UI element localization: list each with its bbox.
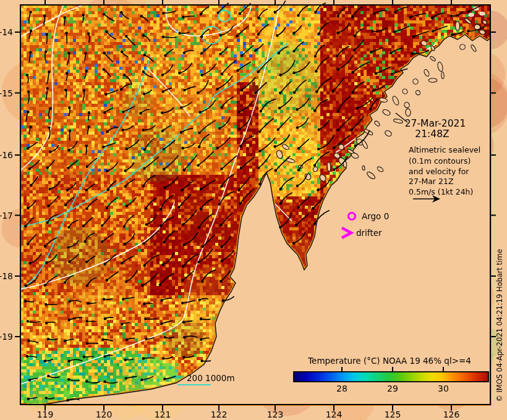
lon-axis-tick-label: 125 bbox=[385, 410, 401, 419]
lat-axis-tick-label: -18 bbox=[0, 271, 13, 281]
credit-text: © IMOS 04-Apr-2021 04:21:19 Hobart time bbox=[495, 249, 504, 401]
lat-axis-tick-label: -16 bbox=[0, 150, 13, 160]
lat-axis-tick-label: -14 bbox=[0, 27, 13, 37]
map-area[interactable] bbox=[20, 5, 490, 405]
lon-axis-tick-label: 120 bbox=[96, 410, 113, 419]
lon-axis-tick-label: 119 bbox=[37, 410, 54, 419]
lon-axis-tick-label: 126 bbox=[443, 410, 460, 419]
lat-axis-tick-label: -19 bbox=[0, 332, 13, 342]
map-overlay: 119120121122123124125126-14-15-16-17-18-… bbox=[0, 0, 507, 420]
lon-axis-tick-label: 121 bbox=[155, 410, 171, 419]
lon-axis-tick-label: 122 bbox=[211, 410, 228, 419]
lon-axis-tick-label: 124 bbox=[326, 410, 343, 419]
lat-axis-tick-label: -17 bbox=[0, 211, 13, 220]
lat-axis-tick-label: -15 bbox=[0, 88, 13, 98]
oceancurrent-map-page: 119120121122123124125126-14-15-16-17-18-… bbox=[0, 0, 507, 420]
lon-axis-tick-label: 123 bbox=[267, 410, 284, 419]
